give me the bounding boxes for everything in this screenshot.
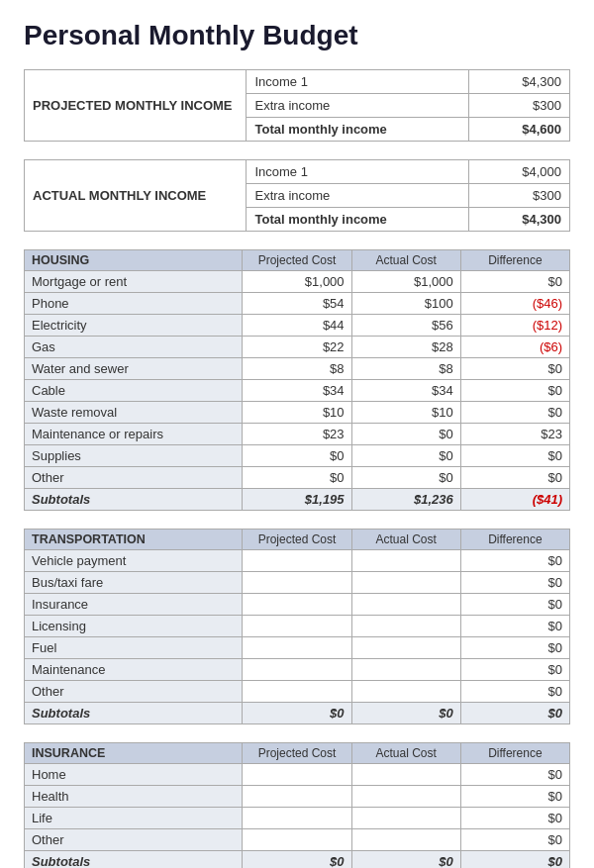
insurance-row2-name: Life: [25, 808, 243, 829]
insurance-section: INSURANCE Projected Cost Actual Cost Dif…: [24, 742, 570, 868]
housing-row1-actual: $100: [351, 293, 460, 315]
housing-row8-actual: $0: [351, 445, 460, 467]
housing-row9-projected: $0: [243, 467, 351, 489]
transportation-diff-header: Difference: [460, 530, 569, 550]
transportation-row3-name: Licensing: [25, 616, 243, 637]
projected-income-row2-value: $300: [468, 94, 569, 118]
housing-subtotal-name: Subtotals: [25, 489, 243, 511]
table-row: Life$0: [25, 808, 570, 829]
insurance-row0-projected: [243, 764, 351, 786]
projected-income-row2-name: Extra income: [247, 94, 468, 118]
transportation-section: TRANSPORTATION Projected Cost Actual Cos…: [24, 529, 570, 724]
housing-section: HOUSING Projected Cost Actual Cost Diffe…: [24, 249, 570, 511]
insurance-table: INSURANCE Projected Cost Actual Cost Dif…: [24, 742, 570, 868]
housing-row3-diff: ($6): [460, 337, 569, 358]
insurance-row1-actual: [351, 786, 460, 808]
transportation-subtotal-actual: $0: [351, 703, 460, 724]
table-row: Other$0: [25, 681, 570, 703]
insurance-row3-actual: [351, 829, 460, 851]
insurance-projected-header: Projected Cost: [243, 743, 351, 764]
insurance-subtotal-projected: $0: [243, 851, 351, 869]
transportation-label: TRANSPORTATION: [25, 530, 243, 550]
transportation-row4-diff: $0: [460, 637, 569, 659]
transportation-subtotal: Subtotals $0 $0 $0: [25, 703, 570, 724]
transportation-row3-diff: $0: [460, 616, 569, 637]
housing-row4-diff: $0: [460, 358, 569, 380]
transportation-row5-actual: [351, 659, 460, 681]
housing-row9-actual: $0: [351, 467, 460, 489]
housing-subtotal-diff: ($41): [460, 489, 569, 511]
transportation-row3-projected: [243, 616, 351, 637]
housing-row6-projected: $10: [243, 402, 351, 424]
housing-row3-projected: $22: [243, 337, 351, 358]
insurance-diff-header: Difference: [460, 743, 569, 764]
actual-income-row2-value: $300: [468, 184, 569, 208]
transportation-row5-projected: [243, 659, 351, 681]
housing-row7-actual: $0: [351, 424, 460, 445]
insurance-row0-actual: [351, 764, 460, 786]
actual-income-total-value: $4,300: [468, 208, 569, 232]
actual-income-table: ACTUAL MONTHLY INCOME Income 1 $4,000 Ex…: [24, 159, 570, 232]
insurance-row1-name: Health: [25, 786, 243, 808]
transportation-row4-name: Fuel: [25, 637, 243, 659]
table-row: Vehicle payment$0: [25, 550, 570, 572]
housing-row8-name: Supplies: [25, 445, 243, 467]
transportation-row0-diff: $0: [460, 550, 569, 572]
housing-row5-diff: $0: [460, 380, 569, 402]
table-row: Maintenance$0: [25, 659, 570, 681]
transportation-row0-name: Vehicle payment: [25, 550, 243, 572]
table-row: Other$0$0$0: [25, 467, 570, 489]
housing-diff-header: Difference: [460, 250, 569, 271]
table-row: Insurance$0: [25, 594, 570, 616]
page-title: Personal Monthly Budget: [24, 20, 570, 51]
housing-row9-diff: $0: [460, 467, 569, 489]
housing-row7-name: Maintenance or repairs: [25, 424, 243, 445]
table-row: Bus/taxi fare$0: [25, 572, 570, 594]
housing-actual-header: Actual Cost: [351, 250, 460, 271]
insurance-row2-diff: $0: [460, 808, 569, 829]
housing-row5-projected: $34: [243, 380, 351, 402]
insurance-row3-diff: $0: [460, 829, 569, 851]
transportation-row1-actual: [351, 572, 460, 594]
table-row: Mortgage or rent$1,000$1,000$0: [25, 271, 570, 293]
housing-row4-actual: $8: [351, 358, 460, 380]
housing-row4-projected: $8: [243, 358, 351, 380]
housing-row7-projected: $23: [243, 424, 351, 445]
table-row: Licensing$0: [25, 616, 570, 637]
insurance-row1-diff: $0: [460, 786, 569, 808]
actual-income-row1-value: $4,000: [468, 160, 569, 184]
transportation-actual-header: Actual Cost: [351, 530, 460, 550]
table-row: Other$0: [25, 829, 570, 851]
transportation-row6-diff: $0: [460, 681, 569, 703]
housing-row0-projected: $1,000: [243, 271, 351, 293]
transportation-subtotal-projected: $0: [243, 703, 351, 724]
insurance-row3-name: Other: [25, 829, 243, 851]
actual-income-row1-name: Income 1: [247, 160, 468, 184]
insurance-label: INSURANCE: [25, 743, 243, 764]
housing-row6-diff: $0: [460, 402, 569, 424]
insurance-row0-name: Home: [25, 764, 243, 786]
transportation-row5-name: Maintenance: [25, 659, 243, 681]
housing-subtotal-actual: $1,236: [351, 489, 460, 511]
housing-row2-actual: $56: [351, 315, 460, 337]
transportation-row5-diff: $0: [460, 659, 569, 681]
insurance-actual-header: Actual Cost: [351, 743, 460, 764]
insurance-subtotal-name: Subtotals: [25, 851, 243, 869]
housing-row5-name: Cable: [25, 380, 243, 402]
housing-row6-actual: $10: [351, 402, 460, 424]
housing-row3-actual: $28: [351, 337, 460, 358]
housing-row2-diff: ($12): [460, 315, 569, 337]
insurance-subtotal-diff: $0: [460, 851, 569, 869]
housing-row1-name: Phone: [25, 293, 243, 315]
housing-table: HOUSING Projected Cost Actual Cost Diffe…: [24, 249, 570, 511]
transportation-row4-projected: [243, 637, 351, 659]
transportation-projected-header: Projected Cost: [243, 530, 351, 550]
table-row: Maintenance or repairs$23$0$23: [25, 424, 570, 445]
transportation-row1-diff: $0: [460, 572, 569, 594]
housing-row8-projected: $0: [243, 445, 351, 467]
projected-income-row1-name: Income 1: [247, 70, 468, 94]
transportation-row0-actual: [351, 550, 460, 572]
transportation-row0-projected: [243, 550, 351, 572]
transportation-row6-name: Other: [25, 681, 243, 703]
insurance-row0-diff: $0: [460, 764, 569, 786]
